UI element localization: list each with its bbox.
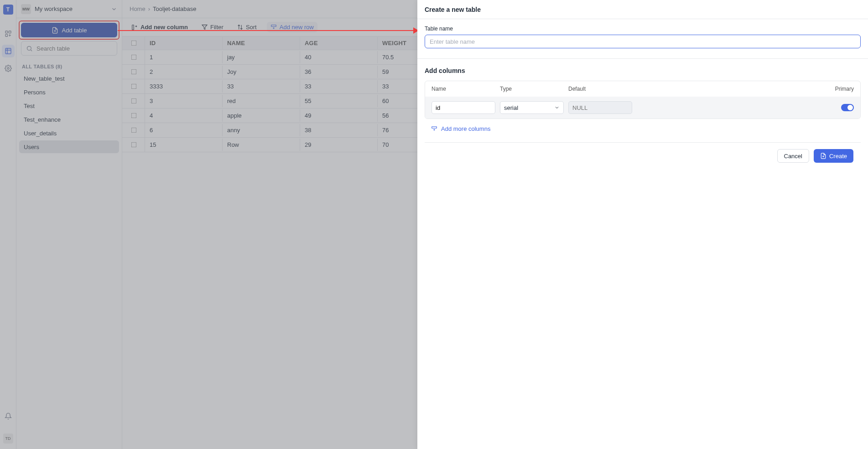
cell-id: 2: [145, 66, 223, 78]
svg-rect-1: [9, 31, 11, 33]
col-header-type: Type: [500, 86, 564, 92]
add-table-button[interactable]: Add table: [21, 23, 117, 37]
cell-age: 38: [300, 124, 378, 136]
svg-point-4: [7, 67, 9, 69]
col-header-primary: Primary: [637, 86, 854, 92]
cancel-label: Cancel: [784, 153, 802, 160]
col-header-name: Name: [431, 86, 495, 92]
svg-point-5: [27, 46, 31, 50]
section-divider: [417, 58, 868, 59]
sidebar: MW My workspace Add table ALL TABLES (8)…: [16, 0, 122, 449]
cell-name: 33: [223, 80, 300, 93]
col-default-input: [568, 101, 632, 114]
breadcrumb-separator: ›: [148, 5, 150, 12]
drawer-title: Create a new table: [425, 6, 481, 13]
workspace-switcher[interactable]: MW My workspace: [16, 0, 122, 18]
cell-name: Row: [223, 139, 300, 151]
svg-rect-6: [132, 25, 134, 30]
workspace-badge: MW: [21, 4, 31, 14]
cancel-button[interactable]: Cancel: [777, 149, 809, 163]
column-header[interactable]: ID: [145, 37, 223, 49]
table-list: New_table_testPersonsTestTest_enhanceUse…: [16, 72, 122, 153]
cell-age: 49: [300, 109, 378, 122]
chevron-down-icon: [554, 105, 560, 110]
create-button[interactable]: Create: [814, 149, 853, 163]
cell-id: 3333: [145, 80, 223, 93]
cell-id: 3: [145, 95, 223, 107]
table-item[interactable]: Users: [19, 140, 119, 153]
table-item[interactable]: Test: [19, 99, 119, 112]
add-column-label: Add new column: [140, 24, 188, 31]
add-columns-title: Add columns: [425, 67, 861, 74]
sort-label: Sort: [246, 24, 257, 31]
filter-label: Filter: [210, 24, 223, 31]
cell-name: red: [223, 95, 300, 107]
settings-icon[interactable]: [2, 62, 15, 75]
nav-rail: T TD: [0, 0, 16, 449]
row-checkbox[interactable]: [122, 65, 145, 79]
svg-rect-7: [271, 25, 276, 26]
breadcrumb-home[interactable]: Home: [130, 5, 146, 12]
table-item[interactable]: New_table_test: [19, 72, 119, 85]
col-primary-toggle[interactable]: [841, 104, 854, 111]
row-checkbox[interactable]: [122, 138, 145, 152]
svg-rect-0: [5, 31, 8, 33]
file-plus-icon: [52, 27, 58, 34]
svg-rect-8: [432, 126, 437, 128]
row-checkbox[interactable]: [122, 123, 145, 137]
cell-id: 15: [145, 139, 223, 151]
table-item[interactable]: Test_enhance: [19, 113, 119, 126]
column-header[interactable]: AGE: [300, 37, 378, 49]
column-plus-icon: [131, 24, 138, 31]
add-table-label: Add table: [62, 27, 87, 34]
cell-age: 29: [300, 139, 378, 151]
table-item[interactable]: User_details: [19, 127, 119, 139]
table-name-input[interactable]: [425, 35, 861, 48]
cell-id: 6: [145, 124, 223, 136]
select-all-checkbox[interactable]: [122, 36, 145, 50]
svg-rect-2: [5, 34, 8, 36]
cell-age: 55: [300, 95, 378, 107]
col-name-input[interactable]: [431, 101, 495, 114]
notifications-icon[interactable]: [2, 410, 15, 423]
cell-name: apple: [223, 109, 300, 122]
database-icon[interactable]: [2, 45, 15, 57]
col-type-select[interactable]: serial: [500, 101, 564, 114]
filter-icon: [202, 24, 208, 30]
workspace-name: My workspace: [35, 5, 107, 12]
annotation-arrow: [118, 30, 416, 31]
create-table-drawer: Create a new table Table name Add column…: [417, 0, 868, 449]
cell-id: 4: [145, 109, 223, 122]
all-tables-label: ALL TABLES (8): [16, 56, 122, 72]
add-row-label: Add new row: [280, 24, 314, 31]
user-avatar[interactable]: TD: [3, 434, 13, 444]
row-plus-icon: [431, 126, 437, 132]
col-header-default: Default: [568, 86, 632, 92]
cell-id: 1: [145, 51, 223, 63]
table-name-label: Table name: [425, 26, 861, 32]
row-checkbox[interactable]: [122, 108, 145, 123]
app-logo[interactable]: T: [3, 5, 13, 15]
row-checkbox[interactable]: [122, 79, 145, 93]
drawer-header: Create a new table: [417, 0, 868, 19]
cell-age: 36: [300, 66, 378, 78]
chevron-down-icon: [111, 6, 117, 12]
create-label: Create: [829, 153, 847, 160]
search-table-field[interactable]: [36, 45, 114, 52]
search-table-input[interactable]: [21, 41, 117, 56]
table-item[interactable]: Persons: [19, 86, 119, 98]
apps-icon[interactable]: [2, 27, 15, 40]
row-plus-icon: [270, 24, 277, 31]
cell-age: 33: [300, 80, 378, 93]
row-checkbox[interactable]: [122, 50, 145, 64]
column-header[interactable]: NAME: [223, 37, 300, 49]
col-type-value: serial: [504, 104, 518, 111]
columns-form: Name Type Default Primary serial: [425, 81, 861, 119]
row-checkbox[interactable]: [122, 94, 145, 108]
add-more-columns-button[interactable]: Add more columns: [431, 125, 861, 132]
cell-name: jay: [223, 51, 300, 63]
add-more-columns-label: Add more columns: [441, 125, 490, 132]
cell-name: anny: [223, 124, 300, 136]
svg-rect-3: [5, 48, 11, 54]
breadcrumb-page: Tooljet-database: [153, 5, 196, 12]
